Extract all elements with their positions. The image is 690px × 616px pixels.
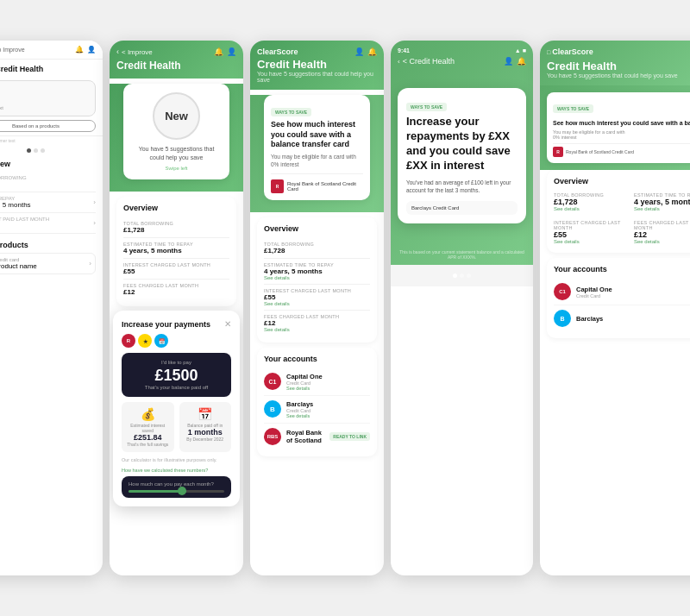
- calendar-icon: 📅: [185, 407, 227, 421]
- s5-see-details-4[interactable]: See details: [634, 239, 690, 244]
- user-icon-s1[interactable]: 👤: [87, 46, 96, 53]
- s5-credit-health-title: Credit Health: [547, 60, 690, 72]
- s4-big-text: Increase your repayments by £XX and you …: [406, 115, 518, 173]
- close-icon-modal[interactable]: ✕: [224, 319, 231, 329]
- s3-logo-row: ClearScore 👤 🔔: [257, 47, 377, 56]
- product-name: Product name: [0, 262, 37, 270]
- s5-ov-2-1: ESTIMATED TIME TO REPAY 4 years, 5 month…: [634, 191, 690, 213]
- product-row-1[interactable]: Credit card Product name ›: [0, 253, 96, 274]
- suggestion-sub-s3: You may be eligible for a card with 0% i…: [271, 154, 363, 168]
- screen2-nav-row: ‹ < Improve 🔔 👤: [116, 47, 236, 56]
- ways-to-save-badge-s4: WAYS TO SAVE: [406, 103, 447, 111]
- s5-ov-1-1: TOTAL BORROWING £1,728 See details: [554, 191, 627, 213]
- s3-accounts-block: Your accounts C1 Capital One Credit Card…: [257, 348, 377, 456]
- modal-increase-payments: Increase your payments ✕ R ★ 📅 I'd like …: [113, 311, 240, 506]
- screen2-badge-area: New You have 5 suggestions that could he…: [110, 84, 243, 192]
- user-icon-s2[interactable]: 👤: [227, 47, 236, 56]
- screen1-top-bar: < Back to Improve 🔔 👤: [0, 41, 103, 60]
- s4-bottom-note: This is based on your current statement …: [398, 249, 526, 260]
- barclays-icon-s5: B: [554, 310, 571, 327]
- new-label: New: [165, 110, 188, 123]
- new-badge-card: New You have 5 suggestions that could he…: [123, 84, 229, 179]
- see-details-3[interactable]: See details: [264, 327, 370, 332]
- s4-time: 9:41: [398, 47, 410, 53]
- s5-see-details-3[interactable]: See details: [634, 206, 690, 211]
- s3-ov-3: INTEREST CHARGED LAST MONTH £55 See deta…: [264, 285, 370, 311]
- bell-icon-s3[interactable]: 🔔: [367, 47, 377, 56]
- s5-provider1: Royal Bank of Scotland Credit Card: [566, 149, 634, 154]
- see-details-1[interactable]: See details: [264, 275, 370, 280]
- screen1-title: Title: [0, 96, 90, 104]
- user-icon-s3[interactable]: 👤: [354, 47, 364, 56]
- wifi-icon-s4: ▲: [515, 47, 521, 53]
- s5-col-1: TOTAL BORROWING £1,728 See details INTER…: [554, 191, 627, 246]
- s5-see-details-1[interactable]: See details: [554, 206, 627, 211]
- back-chevron-s4: ‹: [398, 58, 400, 66]
- account-row-capital-one: C1 Capital One Credit Card See details: [264, 368, 370, 396]
- barclays-see-details[interactable]: See details: [286, 413, 370, 418]
- back-label-s4: < Credit Health: [403, 57, 455, 66]
- s2-ov-val-3: £55: [123, 267, 229, 275]
- s5-accounts-block: Your accounts C1 Capital One Credit Card…: [547, 258, 690, 338]
- s5-suggestions-row: WAYS TO SAVE See how much interest you c…: [540, 85, 690, 170]
- screen1-overview-title: Overview: [0, 160, 96, 168]
- back-link-s1[interactable]: < Back to Improve: [0, 47, 25, 53]
- bank-logo-icon: ★: [138, 334, 152, 348]
- chevron-right-icon-1: ›: [93, 198, 96, 206]
- s5-overview-title: Overview: [554, 177, 690, 185]
- bell-icon-s2[interactable]: 🔔: [214, 47, 223, 56]
- dot-1: [27, 148, 31, 153]
- stat-box-1: 💰 Estimated interest saved £251.84 That'…: [122, 402, 174, 452]
- dot-3: [41, 148, 45, 153]
- slider-track[interactable]: [129, 490, 224, 493]
- s5-see-details-2[interactable]: See details: [554, 239, 627, 244]
- back-row-s2[interactable]: ‹ < Improve: [116, 47, 153, 56]
- capital-one-icon-s5: C1: [554, 283, 571, 300]
- see-details-2[interactable]: See details: [264, 301, 370, 306]
- stat-sub-1: That's the full savings: [127, 442, 169, 447]
- s2-ov-row-1: TOTAL BORROWING £1,728: [123, 217, 229, 238]
- overview-label-3: Interest paid last month: [0, 217, 49, 222]
- overview-row-3[interactable]: Interest paid last month £55 ›: [0, 213, 96, 234]
- s4-lower-area: [391, 265, 533, 286]
- disclaimer-link[interactable]: How have we calculated these numbers?: [122, 468, 231, 473]
- back-label-s2: < Improve: [122, 48, 153, 56]
- modal-logos: R ★ 📅: [122, 334, 231, 348]
- stat-sub-2: By December 2022: [185, 437, 227, 442]
- s5-logo-row: □ ClearScore 👤 🔔: [547, 47, 690, 56]
- bell-icon-s4[interactable]: 🔔: [517, 57, 526, 66]
- overview-row-1: Total borrowing £1,728: [0, 172, 96, 192]
- s4-sub-text: You've had an average of £100 left in yo…: [406, 179, 518, 194]
- slider-thumb[interactable]: [178, 487, 186, 495]
- overview-val-2: 4 years, 5 months: [0, 201, 31, 209]
- s4-suggestion-card: WAYS TO SAVE Increase your repayments by…: [398, 88, 526, 223]
- s4-back-row[interactable]: ‹ < Credit Health 👤 🔔: [398, 57, 526, 66]
- barclays-icon: B: [264, 400, 281, 418]
- screen2-credit-health-title: Credit Health: [116, 60, 236, 72]
- s5-ov-2-2: FEES CHARGED LAST MONTH £12 See details: [634, 218, 690, 246]
- user-icon-s4[interactable]: 👤: [504, 57, 513, 66]
- provider-name-s3: Royal Bank of Scotland Credit Card: [287, 181, 363, 192]
- chevron-right-icon-2: ›: [93, 219, 96, 227]
- s5-account-barclays: B Barclays: [554, 305, 690, 331]
- s4-header-icons: 👤 🔔: [504, 57, 526, 66]
- s3-icons: 👤 🔔: [354, 47, 377, 56]
- screen4-large: 9:41 ▲ ■ ‹ < Credit Health 👤 🔔 WAYS TO S…: [391, 41, 533, 575]
- screen1-overview: Overview Total borrowing £1,728 Time to …: [0, 156, 103, 237]
- rbs-logo-icon: R: [122, 334, 135, 348]
- screen1-body: Body text: [0, 105, 90, 110]
- bell-icon-s1[interactable]: 🔔: [75, 46, 84, 53]
- barclays-info: Barclays Credit Card See details: [286, 400, 370, 418]
- swipe-hint: Swipe left: [132, 166, 221, 171]
- stat-val-2: 1 months: [185, 428, 227, 437]
- screen1-disclaimer: Legal disclaimer text: [0, 135, 103, 145]
- s5-card1-sub2: 0% interest: [553, 135, 690, 140]
- screen1-btn[interactable]: Based on a products: [0, 120, 96, 132]
- ready-to-link-badge[interactable]: READY TO LINK: [329, 432, 370, 441]
- screen2-overview-title: Overview: [123, 204, 229, 212]
- nav-icons-s2: 🔔 👤: [214, 47, 236, 56]
- overview-row-2[interactable]: Time to repay 4 years, 5 months ›: [0, 192, 96, 213]
- capital-one-see-details[interactable]: See details: [286, 386, 370, 391]
- screen2-main: ‹ < Improve 🔔 👤 Credit Health New You ha…: [110, 41, 243, 575]
- s2-ov-row-2: ESTIMATED TIME TO REPAY 4 years, 5 month…: [123, 238, 229, 259]
